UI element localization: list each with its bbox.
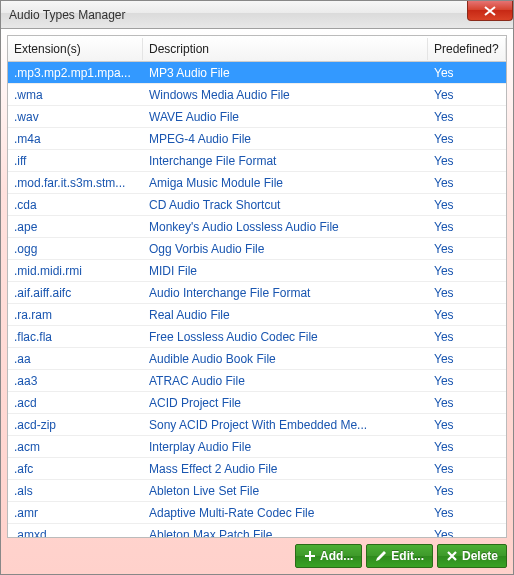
cell-description: CD Audio Track Shortcut — [143, 196, 428, 214]
close-icon — [484, 6, 496, 16]
cell-extension: .ogg — [8, 240, 143, 258]
cell-extension: .mid.midi.rmi — [8, 262, 143, 280]
audio-types-list: Extension(s) Description Predefined? .mp… — [7, 35, 507, 538]
cell-predefined: Yes — [428, 306, 506, 324]
cell-description: Ogg Vorbis Audio File — [143, 240, 428, 258]
cell-description: Mass Effect 2 Audio File — [143, 460, 428, 478]
cell-extension: .iff — [8, 152, 143, 170]
cell-description: Audible Audio Book File — [143, 350, 428, 368]
cell-description: MPEG-4 Audio File — [143, 130, 428, 148]
column-header-predefined[interactable]: Predefined? — [428, 38, 506, 60]
cell-predefined: Yes — [428, 526, 506, 538]
cell-predefined: Yes — [428, 438, 506, 456]
cell-predefined: Yes — [428, 152, 506, 170]
cell-extension: .flac.fla — [8, 328, 143, 346]
cell-description: Audio Interchange File Format — [143, 284, 428, 302]
cell-extension: .cda — [8, 196, 143, 214]
x-icon — [446, 550, 458, 562]
table-row[interactable]: .apeMonkey's Audio Lossless Audio FileYe… — [8, 216, 506, 238]
cell-extension: .acd — [8, 394, 143, 412]
cell-predefined: Yes — [428, 174, 506, 192]
cell-extension: .als — [8, 482, 143, 500]
cell-extension: .aa3 — [8, 372, 143, 390]
cell-predefined: Yes — [428, 328, 506, 346]
cell-description: MP3 Audio File — [143, 64, 428, 82]
cell-predefined: Yes — [428, 196, 506, 214]
table-row[interactable]: .acd-zipSony ACID Project With Embedded … — [8, 414, 506, 436]
cell-extension: .aa — [8, 350, 143, 368]
window-title: Audio Types Manager — [9, 8, 126, 22]
table-row[interactable]: .aif.aiff.aifcAudio Interchange File For… — [8, 282, 506, 304]
cell-predefined: Yes — [428, 240, 506, 258]
table-row[interactable]: .mid.midi.rmiMIDI FileYes — [8, 260, 506, 282]
cell-predefined: Yes — [428, 108, 506, 126]
table-row[interactable]: .wavWAVE Audio FileYes — [8, 106, 506, 128]
table-row[interactable]: .flac.flaFree Lossless Audio Codec FileY… — [8, 326, 506, 348]
cell-description: Windows Media Audio File — [143, 86, 428, 104]
cell-description: Ableton Live Set File — [143, 482, 428, 500]
table-row[interactable]: .alsAbleton Live Set FileYes — [8, 480, 506, 502]
pencil-icon — [375, 550, 387, 562]
cell-extension: .ra.ram — [8, 306, 143, 324]
cell-extension: .ape — [8, 218, 143, 236]
table-row[interactable]: .m4aMPEG-4 Audio FileYes — [8, 128, 506, 150]
cell-description: Sony ACID Project With Embedded Me... — [143, 416, 428, 434]
list-header: Extension(s) Description Predefined? — [8, 36, 506, 62]
cell-predefined: Yes — [428, 64, 506, 82]
table-row[interactable]: .cdaCD Audio Track ShortcutYes — [8, 194, 506, 216]
column-header-description[interactable]: Description — [143, 38, 428, 60]
cell-predefined: Yes — [428, 482, 506, 500]
cell-description: MIDI File — [143, 262, 428, 280]
cell-description: ATRAC Audio File — [143, 372, 428, 390]
cell-extension: .afc — [8, 460, 143, 478]
cell-extension: .m4a — [8, 130, 143, 148]
edit-button[interactable]: Edit... — [366, 544, 433, 568]
table-row[interactable]: .acdACID Project FileYes — [8, 392, 506, 414]
cell-description: Ableton Max Patch File — [143, 526, 428, 538]
column-header-extensions[interactable]: Extension(s) — [8, 38, 143, 60]
table-row[interactable]: .ra.ramReal Audio FileYes — [8, 304, 506, 326]
table-row[interactable]: .acmInterplay Audio FileYes — [8, 436, 506, 458]
delete-button-label: Delete — [462, 549, 498, 563]
cell-predefined: Yes — [428, 372, 506, 390]
table-row[interactable]: .afcMass Effect 2 Audio FileYes — [8, 458, 506, 480]
cell-description: Interplay Audio File — [143, 438, 428, 456]
table-row[interactable]: .amxdAbleton Max Patch FileYes — [8, 524, 506, 537]
table-row[interactable]: .mp3.mp2.mp1.mpa...MP3 Audio FileYes — [8, 62, 506, 84]
table-row[interactable]: .oggOgg Vorbis Audio FileYes — [8, 238, 506, 260]
table-row[interactable]: .aa3ATRAC Audio FileYes — [8, 370, 506, 392]
add-button-label: Add... — [320, 549, 353, 563]
add-button[interactable]: Add... — [295, 544, 362, 568]
cell-description: Free Lossless Audio Codec File — [143, 328, 428, 346]
button-bar: Add... Edit... Delete — [7, 538, 507, 568]
cell-predefined: Yes — [428, 284, 506, 302]
titlebar: Audio Types Manager — [1, 1, 513, 29]
window: Audio Types Manager Extension(s) Descrip… — [0, 0, 514, 575]
cell-description: Monkey's Audio Lossless Audio File — [143, 218, 428, 236]
cell-predefined: Yes — [428, 130, 506, 148]
cell-predefined: Yes — [428, 262, 506, 280]
cell-predefined: Yes — [428, 504, 506, 522]
edit-button-label: Edit... — [391, 549, 424, 563]
cell-extension: .acd-zip — [8, 416, 143, 434]
table-row[interactable]: .mod.far.it.s3m.stm...Amiga Music Module… — [8, 172, 506, 194]
cell-extension: .wav — [8, 108, 143, 126]
cell-description: ACID Project File — [143, 394, 428, 412]
cell-extension: .amr — [8, 504, 143, 522]
cell-extension: .acm — [8, 438, 143, 456]
table-row[interactable]: .aaAudible Audio Book FileYes — [8, 348, 506, 370]
cell-description: Interchange File Format — [143, 152, 428, 170]
cell-extension: .mp3.mp2.mp1.mpa... — [8, 64, 143, 82]
cell-predefined: Yes — [428, 460, 506, 478]
table-row[interactable]: .iffInterchange File FormatYes — [8, 150, 506, 172]
client-area: Extension(s) Description Predefined? .mp… — [1, 29, 513, 574]
table-row[interactable]: .wmaWindows Media Audio FileYes — [8, 84, 506, 106]
cell-extension: .aif.aiff.aifc — [8, 284, 143, 302]
close-button[interactable] — [467, 1, 513, 21]
cell-predefined: Yes — [428, 86, 506, 104]
list-body[interactable]: .mp3.mp2.mp1.mpa...MP3 Audio FileYes.wma… — [8, 62, 506, 537]
cell-extension: .amxd — [8, 526, 143, 538]
delete-button[interactable]: Delete — [437, 544, 507, 568]
cell-extension: .wma — [8, 86, 143, 104]
table-row[interactable]: .amrAdaptive Multi-Rate Codec FileYes — [8, 502, 506, 524]
